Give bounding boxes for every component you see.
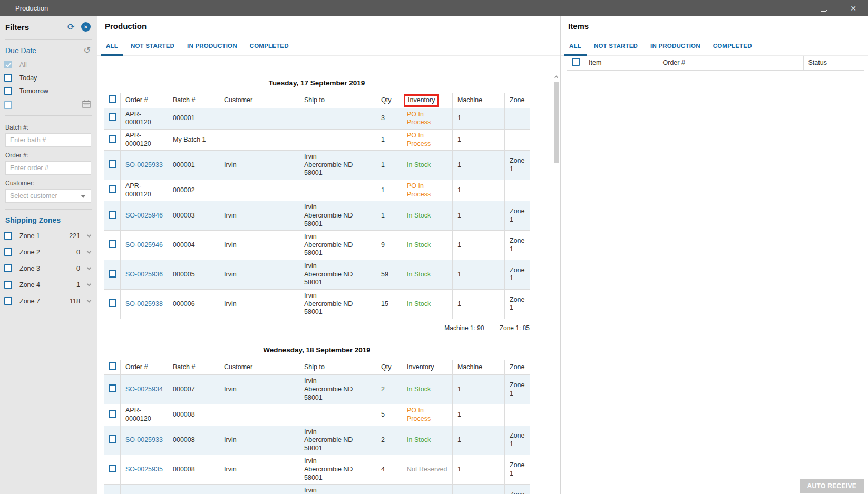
zone-row-zone-2[interactable]: Zone 20 bbox=[0, 244, 97, 260]
cell-inventory: In Stock bbox=[402, 201, 453, 231]
order-link[interactable]: SO-0025935 bbox=[125, 466, 163, 473]
batch-input[interactable] bbox=[5, 133, 91, 147]
order-text: APR-0000120 bbox=[125, 111, 151, 126]
order-link[interactable]: SO-0025933 bbox=[125, 161, 163, 169]
cell-inventory: In Stock bbox=[402, 231, 453, 260]
column-header-ship-to: Ship to bbox=[299, 360, 376, 375]
table-row: SO-0025936000005IrvinIrvinAbercrombie ND… bbox=[104, 260, 530, 290]
minimize-button[interactable] bbox=[779, 0, 809, 16]
inventory-status: Not Reserved bbox=[407, 466, 447, 473]
zone-count: 1 bbox=[76, 281, 80, 289]
tomorrow-checkbox[interactable] bbox=[4, 87, 12, 95]
items-select-all-checkbox[interactable] bbox=[572, 58, 580, 66]
row-checkbox[interactable] bbox=[109, 211, 116, 219]
order-link[interactable]: SO-0025946 bbox=[125, 241, 163, 249]
cell-zone bbox=[505, 404, 530, 426]
cell-batch: 000008 bbox=[168, 485, 219, 494]
cell-qty: 1 bbox=[376, 180, 402, 201]
items-panel: Items ALLNOT STARTEDIN PRODUCTIONCOMPLET… bbox=[560, 16, 868, 494]
cell-inventory: In Stock bbox=[402, 485, 453, 494]
select-all-checkbox[interactable] bbox=[109, 362, 116, 370]
tab-completed[interactable]: COMPLETED bbox=[243, 36, 295, 55]
order-link[interactable]: SO-0025934 bbox=[125, 386, 163, 393]
chevron-down-icon[interactable] bbox=[87, 282, 91, 286]
row-checkbox[interactable] bbox=[109, 435, 116, 443]
row-checkbox[interactable] bbox=[109, 410, 116, 418]
order-input[interactable] bbox=[5, 161, 91, 175]
tab-not-started[interactable]: NOT STARTED bbox=[124, 36, 181, 55]
production-scrollbar[interactable] bbox=[554, 73, 559, 494]
items-tab-completed[interactable]: COMPLETED bbox=[707, 36, 758, 55]
chevron-down-icon[interactable] bbox=[87, 233, 91, 237]
row-checkbox[interactable] bbox=[109, 270, 116, 278]
cell-order: APR-0000120 bbox=[121, 404, 168, 426]
due-date-option-all[interactable]: All bbox=[0, 58, 97, 71]
row-checkbox[interactable] bbox=[109, 135, 116, 143]
items-header-row: Item Order # Status bbox=[567, 56, 864, 70]
select-all-checkbox[interactable] bbox=[109, 95, 116, 103]
table-row: APR-00001200000013PO In Process1 bbox=[104, 108, 530, 129]
restore-button[interactable] bbox=[809, 0, 838, 16]
zone-1-checkbox[interactable] bbox=[4, 232, 12, 240]
row-checkbox[interactable] bbox=[109, 384, 116, 392]
refresh-icon[interactable]: ⟳ bbox=[67, 23, 75, 32]
zone-row-zone-4[interactable]: Zone 41 bbox=[0, 276, 97, 293]
due-date-option-today[interactable]: Today bbox=[0, 71, 97, 84]
cell-zone: Zone 1 bbox=[505, 289, 530, 319]
cell-zone: Zone 1 bbox=[505, 375, 530, 404]
order-link[interactable]: SO-0025936 bbox=[125, 271, 163, 278]
date-group: Tuesday, 17 September 2019Order #Batch #… bbox=[104, 72, 552, 339]
scroll-up-arrow-icon[interactable] bbox=[554, 73, 559, 80]
zone-row-zone-7[interactable]: Zone 7118 bbox=[0, 293, 97, 309]
cell-customer: Irvin bbox=[219, 151, 299, 180]
today-checkbox[interactable] bbox=[4, 74, 12, 82]
items-tab-in-production[interactable]: IN PRODUCTION bbox=[644, 36, 707, 55]
chevron-down-icon[interactable] bbox=[87, 265, 91, 270]
items-tab-not-started[interactable]: NOT STARTED bbox=[588, 36, 644, 55]
production-tabs: ALLNOT STARTEDIN PRODUCTIONCOMPLETED bbox=[97, 36, 560, 56]
zone-2-checkbox[interactable] bbox=[4, 248, 12, 256]
table-row: SO-0025935000008IrvinIrvinAbercrombie ND… bbox=[104, 455, 530, 485]
auto-receive-button[interactable]: AUTO RECEIVE bbox=[800, 479, 864, 493]
scrollbar-thumb[interactable] bbox=[554, 82, 559, 163]
production-title: Production bbox=[105, 22, 147, 31]
cell-order: SO-0025935 bbox=[121, 455, 168, 485]
cell-machine: 1 bbox=[453, 180, 505, 201]
zone-3-checkbox[interactable] bbox=[4, 264, 12, 272]
column-header-zone: Zone bbox=[505, 93, 530, 108]
order-link[interactable]: SO-0025946 bbox=[125, 212, 163, 219]
row-checkbox[interactable] bbox=[109, 185, 116, 193]
zone-row-zone-3[interactable]: Zone 30 bbox=[0, 260, 97, 276]
custom-date-checkbox[interactable] bbox=[4, 101, 12, 109]
order-link[interactable]: SO-0025933 bbox=[125, 436, 163, 443]
reset-icon[interactable]: ↺ bbox=[84, 46, 91, 55]
minimize-icon bbox=[792, 8, 797, 8]
tab-in-production[interactable]: IN PRODUCTION bbox=[181, 36, 243, 55]
customer-select[interactable]: Select customer bbox=[5, 189, 91, 203]
cell-customer: Irvin bbox=[219, 289, 299, 319]
chevron-down-icon[interactable] bbox=[87, 249, 91, 253]
order-link[interactable]: SO-0025938 bbox=[125, 300, 163, 308]
tab-all[interactable]: ALL bbox=[100, 36, 124, 55]
row-checkbox[interactable] bbox=[109, 465, 116, 472]
zone-4-checkbox[interactable] bbox=[4, 281, 12, 289]
cell-zone: Zone 1 bbox=[505, 485, 530, 494]
clear-filters-icon[interactable]: ✕ bbox=[81, 22, 91, 32]
cell-batch: 000005 bbox=[168, 260, 219, 290]
zone-7-checkbox[interactable] bbox=[4, 297, 12, 305]
column-header-inventory: Inventory bbox=[402, 93, 453, 108]
close-button[interactable]: ✕ bbox=[838, 0, 868, 16]
row-checkbox[interactable] bbox=[109, 160, 116, 168]
inventory-status: In Stock bbox=[407, 386, 431, 393]
all-checkbox[interactable] bbox=[4, 61, 12, 68]
zone-row-zone-1[interactable]: Zone 1221 bbox=[0, 228, 97, 244]
due-date-option-tomorrow[interactable]: Tomorrow bbox=[0, 84, 97, 97]
row-checkbox[interactable] bbox=[109, 299, 116, 307]
chevron-down-icon[interactable] bbox=[87, 298, 91, 302]
due-date-custom-row[interactable] bbox=[0, 97, 97, 112]
calendar-icon[interactable] bbox=[82, 100, 91, 110]
cell-zone bbox=[505, 180, 530, 201]
items-tab-all[interactable]: ALL bbox=[563, 36, 588, 55]
row-checkbox[interactable] bbox=[109, 113, 116, 121]
row-checkbox[interactable] bbox=[109, 240, 116, 248]
